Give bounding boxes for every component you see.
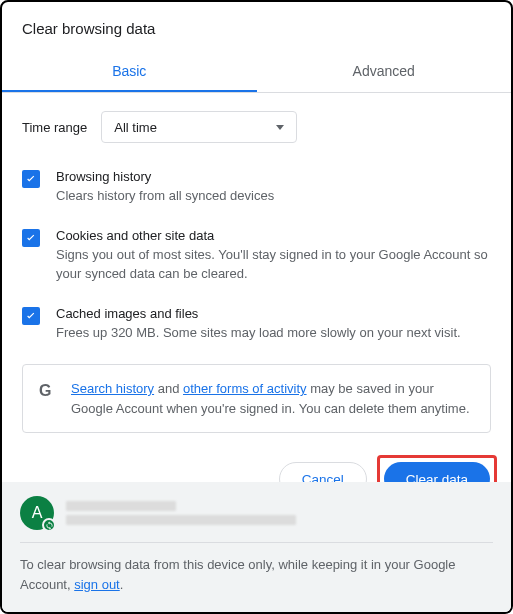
time-range-value: All time — [114, 120, 157, 135]
search-history-link[interactable]: Search history — [71, 381, 154, 396]
checkbox-browsing-history[interactable] — [22, 170, 40, 188]
option-title: Browsing history — [56, 169, 491, 184]
google-icon: G — [39, 379, 57, 397]
option-title: Cached images and files — [56, 306, 491, 321]
redacted-name — [66, 501, 176, 511]
option-desc: Clears history from all synced devices — [56, 186, 491, 206]
checkbox-cookies[interactable] — [22, 229, 40, 247]
option-desc: Signs you out of most sites. You'll stay… — [56, 245, 491, 284]
redacted-email — [66, 515, 296, 525]
sign-out-link[interactable]: sign out — [74, 577, 120, 592]
time-range-label: Time range — [22, 120, 87, 135]
option-browsing-history[interactable]: Browsing history Clears history from all… — [22, 169, 491, 206]
footer-text: . — [120, 577, 124, 592]
info-box: G Search history and other forms of acti… — [22, 364, 491, 433]
divider — [20, 542, 493, 543]
option-title: Cookies and other site data — [56, 228, 491, 243]
check-icon — [24, 231, 38, 245]
account-row: A — [20, 496, 493, 530]
check-icon — [24, 172, 38, 186]
option-desc: Frees up 320 MB. Some sites may load mor… — [56, 323, 491, 343]
avatar-initial: A — [32, 501, 43, 525]
tab-basic[interactable]: Basic — [2, 51, 257, 92]
info-text: and — [154, 381, 183, 396]
dialog-title: Clear browsing data — [2, 2, 511, 51]
checkbox-cache[interactable] — [22, 307, 40, 325]
option-cache[interactable]: Cached images and files Frees up 320 MB.… — [22, 306, 491, 343]
tab-advanced[interactable]: Advanced — [257, 51, 512, 92]
footer: A To clear browsing data from this devic… — [2, 482, 511, 612]
other-activity-link[interactable]: other forms of activity — [183, 381, 307, 396]
option-cookies[interactable]: Cookies and other site data Signs you ou… — [22, 228, 491, 284]
chevron-down-icon — [276, 125, 284, 130]
tabs: Basic Advanced — [2, 51, 511, 93]
check-icon — [24, 309, 38, 323]
time-range-select[interactable]: All time — [101, 111, 297, 143]
sync-badge-icon — [42, 518, 56, 532]
avatar: A — [20, 496, 54, 530]
